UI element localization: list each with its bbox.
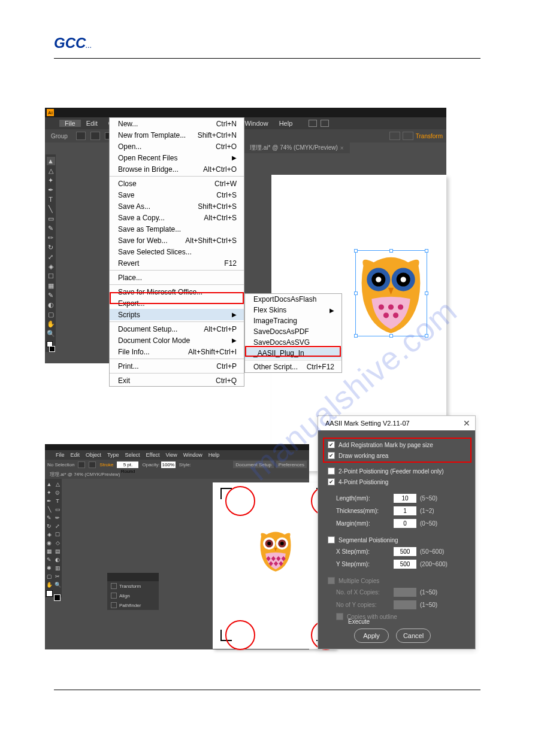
submenu-savepdf[interactable]: SaveDocsAsPDF bbox=[245, 326, 341, 337]
graph-tool-icon[interactable]: ▥ bbox=[53, 564, 62, 572]
align-icon-2[interactable] bbox=[403, 132, 413, 140]
blend-tool-icon[interactable]: ◐ bbox=[53, 555, 62, 564]
fill-stroke-indicator[interactable] bbox=[47, 341, 55, 352]
menu-select[interactable]: Select bbox=[125, 452, 140, 458]
magic-wand-tool-icon[interactable]: ✦ bbox=[45, 488, 53, 497]
panel-row-pathfinder[interactable]: Pathfinder bbox=[107, 600, 159, 610]
stroke-swatch[interactable] bbox=[90, 132, 100, 140]
menu-item-save-web[interactable]: Save for Web...Alt+Shift+Ctrl+S bbox=[110, 235, 244, 246]
transform-button[interactable]: Transform bbox=[416, 133, 443, 139]
gradient-tool-icon[interactable]: ▤ bbox=[53, 547, 62, 555]
brush-field[interactable]: 5 pt. Round bbox=[117, 462, 138, 468]
rectangle-tool-icon[interactable]: ▭ bbox=[53, 505, 62, 514]
submenu-aasii-plugin[interactable]: _AASII_Plug_In bbox=[245, 348, 341, 359]
line-tool-icon[interactable]: ╲ bbox=[45, 505, 53, 514]
length-input[interactable] bbox=[394, 494, 416, 503]
submenu-flexskins[interactable]: Flex Skins▶ bbox=[245, 305, 341, 315]
menu-item-export[interactable]: Export... bbox=[110, 297, 244, 309]
fill-swatch[interactable] bbox=[78, 462, 85, 468]
stroke-swatch[interactable] bbox=[89, 462, 96, 468]
perspective-tool-icon[interactable]: ◇ bbox=[53, 539, 62, 547]
artboard-tool-icon[interactable]: ▢ bbox=[47, 310, 55, 318]
blend-tool-icon[interactable]: ◐ bbox=[47, 300, 55, 309]
menu-item-save-copy[interactable]: Save a Copy...Alt+Ctrl+S bbox=[110, 212, 244, 223]
submenu-savesvg[interactable]: SaveDocsAsSVG bbox=[245, 337, 341, 348]
checkbox-2point[interactable] bbox=[328, 467, 335, 475]
close-icon[interactable]: ✕ bbox=[463, 418, 470, 428]
direct-selection-tool-icon[interactable]: △ bbox=[53, 480, 62, 488]
zoom-tool-icon[interactable]: 🔍 bbox=[47, 329, 55, 338]
type-tool-icon[interactable]: T bbox=[53, 497, 62, 505]
selection-tool-icon[interactable]: ▲ bbox=[47, 157, 55, 165]
hand-tool-icon[interactable]: ✋ bbox=[47, 320, 55, 328]
menu-item-file-info[interactable]: File Info...Alt+Shift+Ctrl+I bbox=[110, 346, 244, 357]
document-setup-button[interactable]: Document Setup bbox=[233, 461, 274, 468]
shape-builder-tool-icon[interactable]: ◉ bbox=[45, 539, 53, 547]
scale-tool-icon[interactable]: ⤢ bbox=[53, 522, 62, 530]
fill-stroke-indicator[interactable] bbox=[45, 589, 62, 602]
menu-item-new[interactable]: New...Ctrl+N bbox=[110, 118, 244, 129]
menu-item-new-template[interactable]: New from Template...Shift+Ctrl+N bbox=[110, 129, 244, 141]
xstep-input[interactable] bbox=[394, 547, 416, 556]
menu-item-save[interactable]: SaveCtrl+S bbox=[110, 189, 244, 201]
menu-view[interactable]: View bbox=[165, 452, 177, 458]
menu-object[interactable]: Object bbox=[86, 452, 101, 458]
menu-item-save-ms[interactable]: Save for Microsoft Office... bbox=[110, 286, 244, 297]
eyedropper-tool-icon[interactable]: ✎ bbox=[45, 555, 53, 564]
thickness-input[interactable] bbox=[394, 506, 416, 515]
menu-help[interactable]: Help bbox=[274, 120, 298, 127]
panel-row-transform[interactable]: Transform bbox=[107, 581, 159, 591]
fill-swatch[interactable] bbox=[76, 132, 86, 140]
menu-item-save-slices[interactable]: Save Selected Slices... bbox=[110, 246, 244, 257]
document-tab[interactable]: 理理.ai* @ 74% (CMYK/Preview) bbox=[45, 469, 309, 479]
submenu-other-script[interactable]: Other Script...Ctrl+F12 bbox=[245, 362, 341, 372]
width-tool-icon[interactable]: ◈ bbox=[47, 262, 55, 271]
menu-item-print[interactable]: Print...Ctrl+P bbox=[110, 360, 244, 372]
symbol-tool-icon[interactable]: ✱ bbox=[45, 564, 53, 572]
menu-window[interactable]: Window bbox=[183, 452, 202, 458]
menu-item-revert[interactable]: RevertF12 bbox=[110, 257, 244, 269]
menu-item-color-mode[interactable]: Document Color Mode▶ bbox=[110, 335, 244, 346]
selection-tool-icon[interactable]: ▲ bbox=[45, 480, 53, 488]
menu-item-save-template[interactable]: Save as Template... bbox=[110, 223, 244, 235]
scale-tool-icon[interactable]: ⤢ bbox=[47, 253, 55, 261]
arrange-docs-icon[interactable] bbox=[309, 120, 317, 127]
menu-window[interactable]: Window bbox=[240, 120, 274, 127]
menu-item-browse-bridge[interactable]: Browse in Bridge...Alt+Ctrl+O bbox=[110, 163, 244, 175]
mesh-tool-icon[interactable]: ▦ bbox=[45, 547, 53, 555]
menu-effect[interactable]: Effect bbox=[146, 452, 160, 458]
rotate-tool-icon[interactable]: ↻ bbox=[45, 522, 53, 530]
hand-tool-icon[interactable]: ✋ bbox=[45, 581, 53, 589]
paintbrush-tool-icon[interactable]: ✎ bbox=[47, 224, 55, 232]
rectangle-tool-icon[interactable]: ▭ bbox=[47, 214, 55, 223]
menu-item-open[interactable]: Open...Ctrl+O bbox=[110, 141, 244, 152]
menu-item-doc-setup[interactable]: Document Setup...Alt+Ctrl+P bbox=[110, 323, 244, 335]
menu-file[interactable]: File bbox=[59, 120, 81, 127]
panel-row-align[interactable]: Align bbox=[107, 591, 159, 600]
ystep-input[interactable] bbox=[394, 560, 416, 569]
type-tool-icon[interactable]: T bbox=[47, 195, 55, 204]
align-icon[interactable] bbox=[389, 132, 400, 140]
pen-tool-icon[interactable]: ✒ bbox=[45, 497, 53, 505]
pencil-tool-icon[interactable]: ✏ bbox=[47, 233, 55, 242]
checkbox-4point[interactable] bbox=[328, 478, 335, 485]
slice-tool-icon[interactable]: ✂ bbox=[53, 572, 62, 581]
width-tool-icon[interactable]: ◈ bbox=[45, 530, 53, 539]
menu-item-save-as[interactable]: Save As...Shift+Ctrl+S bbox=[110, 201, 244, 212]
rotate-tool-icon[interactable]: ↻ bbox=[47, 243, 55, 251]
paintbrush-tool-icon[interactable]: ✎ bbox=[45, 514, 53, 522]
artboard-tool-icon[interactable]: ▢ bbox=[45, 572, 53, 581]
menu-edit[interactable]: Edit bbox=[81, 120, 103, 127]
submenu-exportflash[interactable]: ExportDocsAsFlash bbox=[245, 294, 341, 305]
document-tab[interactable]: 理理.ai* @ 74% (CMYK/Preview) × bbox=[244, 142, 350, 153]
menu-item-close[interactable]: CloseCtrl+W bbox=[110, 178, 244, 189]
line-tool-icon[interactable]: ╲ bbox=[47, 205, 55, 213]
menu-item-exit[interactable]: ExitCtrl+Q bbox=[110, 375, 244, 386]
free-transform-tool-icon[interactable]: ☐ bbox=[53, 530, 62, 539]
screen-mode-icon[interactable] bbox=[321, 120, 329, 127]
menu-file[interactable]: File bbox=[56, 452, 65, 458]
preferences-button[interactable]: Preferences bbox=[276, 461, 307, 468]
cancel-button[interactable]: Cancel bbox=[396, 629, 431, 643]
zoom-tool-icon[interactable]: 🔍 bbox=[53, 581, 62, 589]
tab-close-icon[interactable]: × bbox=[340, 145, 344, 151]
